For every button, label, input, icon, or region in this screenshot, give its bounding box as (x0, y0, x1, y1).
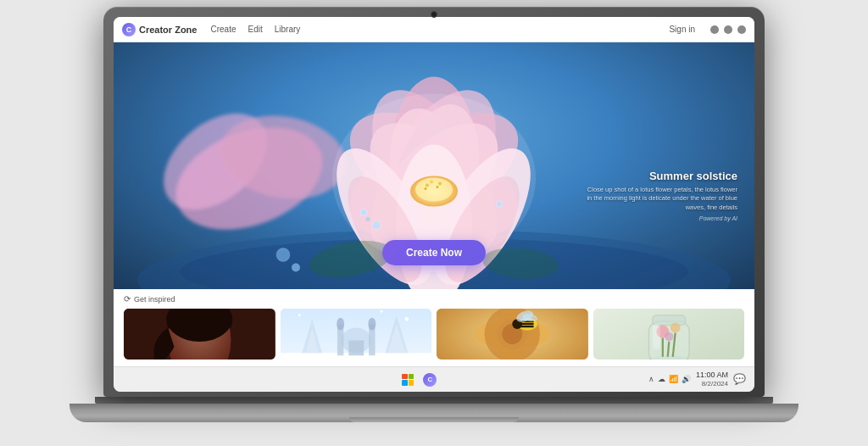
hero-background: Summer solstice Close up shot of a lotus… (114, 42, 754, 289)
volume-icon[interactable]: 🔊 (682, 375, 691, 383)
create-now-container: Create Now (382, 240, 486, 265)
inspired-icon: ⟳ (124, 294, 131, 304)
taskbar-center: C (400, 372, 437, 387)
svg-point-56 (404, 317, 408, 321)
minimize-button[interactable]: – (710, 25, 719, 34)
svg-point-33 (292, 264, 300, 272)
hero-section: Summer solstice Close up shot of a lotus… (114, 42, 754, 289)
signin-button[interactable]: Sign in (669, 25, 695, 34)
nav-create[interactable]: Create (210, 25, 236, 34)
svg-rect-80 (652, 324, 659, 349)
system-clock[interactable]: 11:00 AM 8/2/2024 (696, 371, 728, 387)
screen-bezel: C Creator Zone Create Edit Library Sign … (114, 17, 754, 392)
app-logo: C Creator Zone (122, 23, 197, 36)
creator-zone-taskbar-icon[interactable]: C (422, 372, 437, 387)
chevron-up-icon[interactable]: ∧ (648, 375, 654, 383)
hero-description: Close up shot of a lotus flower petals, … (585, 186, 737, 213)
title-bar-right: Sign in – □ ✕ (669, 25, 746, 34)
inspired-text: Get inspired (134, 295, 175, 304)
svg-point-36 (332, 94, 536, 264)
powered-by-label: Powered by AI (585, 215, 737, 221)
get-inspired-label: ⟳ Get inspired (124, 294, 744, 304)
svg-rect-44 (348, 340, 364, 355)
thumbnail-bee[interactable] (437, 309, 588, 360)
svg-rect-40 (124, 309, 275, 360)
laptop-hinge (95, 397, 773, 404)
chat-icon[interactable]: 💬 (733, 373, 746, 385)
win-sq-3 (402, 380, 407, 385)
win-sq-2 (409, 374, 414, 379)
taskbar: C ∧ ☁ 📶 🔊 11:00 AM 8/2/2024 (114, 366, 754, 392)
thumbnail-winter[interactable] (281, 309, 432, 360)
window-controls: – □ ✕ (710, 25, 746, 34)
win-sq-4 (409, 380, 414, 385)
laptop-wrapper: C Creator Zone Create Edit Library Sign … (70, 7, 798, 439)
windows-icon (402, 374, 414, 386)
svg-point-46 (337, 318, 344, 331)
svg-line-79 (667, 342, 668, 357)
app-brand: Creator Zone (139, 25, 197, 35)
app-taskbar-icon: C (423, 373, 437, 387)
title-bar: C Creator Zone Create Edit Library Sign … (114, 17, 754, 42)
camera-notch (431, 11, 437, 18)
title-bar-nav: Create Edit Library (210, 25, 669, 34)
hero-title: Summer solstice (585, 170, 737, 182)
svg-point-55 (380, 310, 382, 313)
clock-date: 8/2/2024 (696, 380, 728, 388)
laptop-base (70, 404, 798, 422)
taskbar-right: ∧ ☁ 📶 🔊 11:00 AM 8/2/2024 💬 (648, 371, 746, 387)
windows-start-button[interactable] (400, 372, 415, 387)
nav-library[interactable]: Library (275, 25, 301, 34)
close-button[interactable]: ✕ (737, 25, 746, 34)
laptop-screen: C Creator Zone Create Edit Library Sign … (103, 7, 765, 397)
clock-time: 11:00 AM (696, 371, 728, 380)
thumbnail-row (124, 309, 744, 360)
hero-overlay: Summer solstice Close up shot of a lotus… (585, 170, 737, 222)
app-window: C Creator Zone Create Edit Library Sign … (114, 17, 754, 392)
svg-rect-73 (652, 315, 685, 326)
svg-point-75 (670, 323, 680, 333)
wifi-icon[interactable]: 📶 (669, 375, 678, 383)
thumbnail-jar[interactable] (593, 309, 745, 360)
logo-icon: C (122, 23, 136, 36)
svg-point-32 (276, 248, 290, 262)
create-now-button[interactable]: Create Now (382, 240, 486, 265)
cloud-icon[interactable]: ☁ (658, 375, 665, 383)
svg-point-53 (298, 314, 300, 316)
inspired-strip: ⟳ Get inspired (114, 289, 754, 366)
maximize-button[interactable]: □ (724, 25, 732, 34)
thumbnail-portrait[interactable] (124, 309, 275, 360)
svg-point-76 (665, 332, 673, 341)
nav-edit[interactable]: Edit (248, 25, 262, 34)
system-tray: ∧ ☁ 📶 🔊 (648, 375, 691, 383)
win-sq-1 (402, 374, 407, 379)
svg-point-48 (368, 318, 376, 331)
